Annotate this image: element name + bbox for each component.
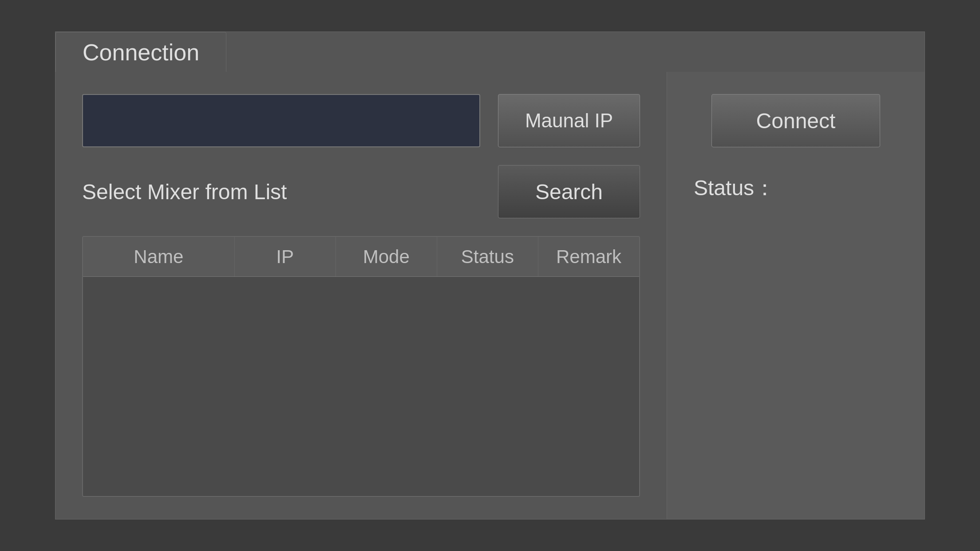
manual-ip-button[interactable]: Maunal IP <box>498 94 640 147</box>
top-row: Maunal IP <box>82 94 640 147</box>
manual-ip-label: Maunal IP <box>525 110 613 132</box>
content-area: Maunal IP Select Mixer from List Search … <box>55 72 925 519</box>
select-mixer-label: Select Mixer from List <box>82 180 287 204</box>
col-header-remark: Remark <box>538 237 639 276</box>
table-header: Name IP Mode Status Remark <box>83 237 639 277</box>
tab-connection[interactable]: Connection <box>55 32 226 72</box>
outer-container: Connection Maunal IP Select Mixer from L… <box>0 0 980 551</box>
search-label: Search <box>535 180 603 204</box>
main-panel: Connection Maunal IP Select Mixer from L… <box>55 31 925 520</box>
mid-row: Select Mixer from List Search <box>82 165 640 218</box>
status-label: Status： <box>694 174 775 202</box>
connect-button[interactable]: Connect <box>711 94 880 147</box>
col-header-ip: IP <box>235 237 336 276</box>
mixer-table: Name IP Mode Status Remark <box>82 236 640 497</box>
search-button[interactable]: Search <box>498 165 640 218</box>
ip-input[interactable] <box>82 94 480 147</box>
col-header-status: Status <box>437 237 538 276</box>
col-header-mode: Mode <box>336 237 437 276</box>
tab-bar: Connection <box>55 32 925 72</box>
right-section: Connect Status： <box>667 72 925 519</box>
tab-connection-label: Connection <box>83 39 199 66</box>
table-body <box>83 277 639 496</box>
col-header-name: Name <box>83 237 235 276</box>
left-section: Maunal IP Select Mixer from List Search … <box>55 72 667 519</box>
status-row: Status： <box>694 174 898 202</box>
connect-label: Connect <box>756 109 836 133</box>
